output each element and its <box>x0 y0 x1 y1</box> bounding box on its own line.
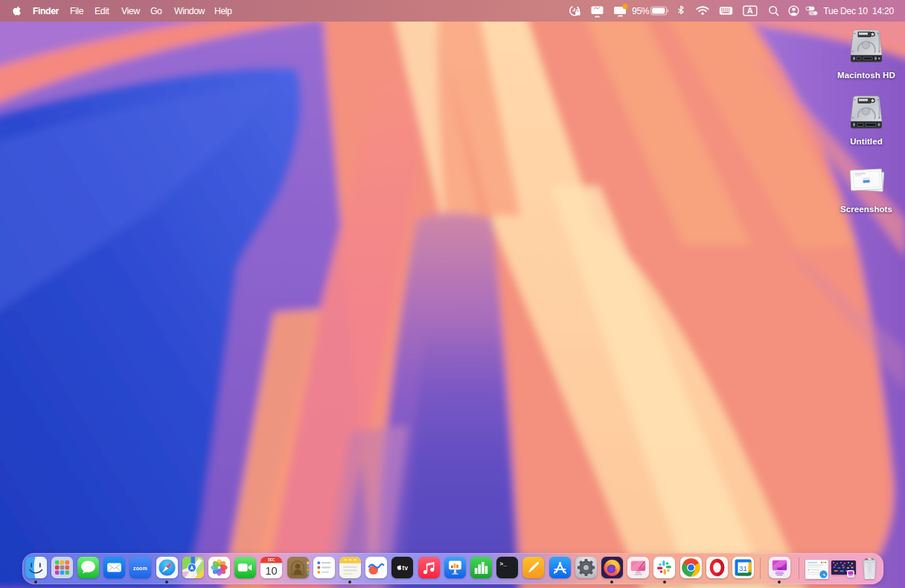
svg-text:10: 10 <box>266 565 278 577</box>
svg-text:>_: >_ <box>500 560 508 567</box>
svg-text:tv: tv <box>403 564 409 572</box>
svg-text:A: A <box>747 6 753 15</box>
svg-text:zoom: zoom <box>133 565 147 572</box>
svg-text:31: 31 <box>739 564 747 572</box>
svg-text:DEC: DEC <box>268 558 275 562</box>
